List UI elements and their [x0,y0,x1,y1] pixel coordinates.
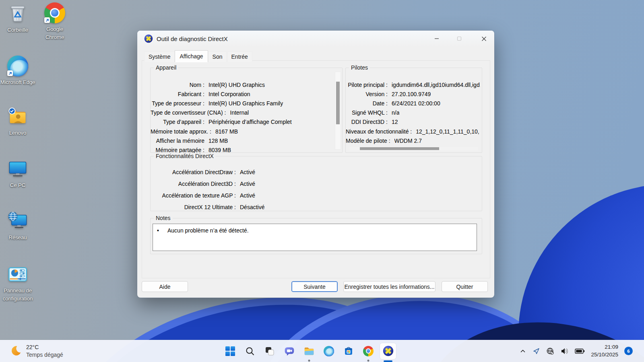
row-value: WDDM 2.7 [394,138,422,144]
desktop-icon-control-panel[interactable]: Panneau de configuration [0,264,35,303]
notes-group: Notes • Aucun problème n’a été détecté. [150,218,482,254]
row-value: Désactivé [240,204,264,210]
system-tray: 21:09 25/10/2025 6 [519,340,633,362]
row-label: Accélération DirectDraw : [151,169,236,175]
desktop-icon-recycle-bin[interactable]: Corbeille [0,3,35,34]
directx-icon [144,34,153,43]
driver-row: DDI Direct3D :12 [346,117,480,127]
tab-son[interactable]: Son [208,51,227,62]
device-row: Nom :Intel(R) UHD Graphics [151,80,332,89]
row-label: Nom : [151,82,204,88]
minimize-button[interactable] [430,33,443,45]
row-label: Fabricant : [151,91,204,97]
group-title: Pilotes [349,64,370,71]
desktop-icon-chrome[interactable]: Google Chrome [37,2,72,41]
taskbar-center-icons [222,340,396,362]
notes-listbox[interactable]: • Aucun problème n’a été détecté. [153,224,477,251]
directx-icon [383,346,394,356]
task-view-icon [265,346,275,356]
next-button[interactable]: Suivante [291,281,338,292]
file-explorer-icon [304,346,314,356]
device-scrollbar[interactable] [335,72,341,150]
exit-button[interactable]: Quitter [442,281,488,292]
driver-row: Modèle de pilote :WDDM 2.7 [346,136,480,145]
row-label: Type d’appareil : [151,119,204,125]
moon-icon [10,345,22,357]
row-value: 27.20.100.9749 [392,91,431,97]
edge-icon [324,346,334,356]
task-view-button[interactable] [262,343,278,359]
row-value: Activé [240,192,255,199]
no-internet-globe-icon[interactable] [546,347,554,355]
desktop-icon-lenovo-folder[interactable]: Lenovo [0,106,35,137]
tray-date: 25/10/2025 [591,351,618,359]
desktop-icon-label: Panneau de configuration [0,287,35,303]
row-label: Accélération Direct3D : [151,181,236,187]
notification-badge[interactable]: 6 [624,347,633,355]
taskbar: 22°C Temps dégagé [0,340,644,362]
tab-entree[interactable]: Entrée [227,51,252,62]
tab-affichage[interactable]: Affichage [175,50,208,62]
row-label: Mémoire partagée : [151,147,204,153]
desktop-icon-edge[interactable]: Microsoft Edge [0,56,35,86]
chrome-button[interactable] [360,343,376,359]
device-row: Type de processeur :Intel(R) UHD Graphic… [151,99,332,108]
row-label: Modèle de pilote : [346,138,390,144]
device-row: Type de convertisseur (CNA) :Internal [151,108,332,117]
chat-button[interactable] [281,343,297,359]
row-label: Mémoire totale approx. : [151,128,211,135]
scrollbar-thumb[interactable] [360,147,439,150]
clock[interactable]: 21:09 25/10/2025 [591,343,618,359]
file-explorer-button[interactable] [301,343,317,359]
dxdiag-taskbar-button[interactable] [380,343,396,359]
feature-row: Accélération de texture AGP :Activé [151,189,478,201]
monitor-icon [7,158,28,179]
drivers-scrollbar[interactable] [349,147,478,150]
tray-time: 21:09 [591,343,618,351]
row-value: Périphérique d’affichage Complet [208,119,292,125]
shortcut-arrow-icon [44,17,50,23]
group-title: Notes [154,215,173,221]
recycle-bin-icon [7,3,28,24]
device-group: Appareil Nom :Intel(R) UHD Graphics Fabr… [150,68,343,153]
chrome-icon [44,2,65,23]
row-value: Intel(R) UHD Graphics Family [208,100,283,107]
row-value: 12_1,12_0,11_1,11_0,10, [416,128,479,135]
tab-systeme[interactable]: Système [144,51,175,62]
location-icon[interactable] [533,347,540,355]
row-label: Type de processeur : [151,100,204,107]
driver-row: Version :27.20.100.9749 [346,89,480,99]
row-label: Type de convertisseur (CNA) : [151,109,226,116]
shortcut-arrow-icon [7,70,13,76]
desktop-icon-network[interactable]: Réseau [0,211,35,242]
weather-widget[interactable]: 22°C Temps dégagé [3,341,70,360]
row-label: DirectX 12 Ultimate : [151,204,236,210]
row-label: Afficher la mémoire [151,138,204,144]
volume-icon[interactable] [560,347,569,355]
search-button[interactable] [242,343,258,359]
row-value: Intel Corporation [208,91,250,97]
help-button[interactable]: Aide [142,281,188,292]
hidden-icons-chevron-icon[interactable] [519,348,526,355]
control-panel-icon [7,264,28,285]
feature-row: Accélération DirectDraw :Activé [151,166,478,178]
desktop-icon-label: Lenovo [9,129,27,137]
scrollbar-thumb[interactable] [336,82,340,124]
chrome-icon [363,346,374,356]
microsoft-store-button[interactable] [341,343,357,359]
dxdiag-window: Outil de diagnostic DirectX Système Affi… [137,31,494,298]
desktop-icon-label: Réseau [9,234,27,242]
network-icon [7,211,28,232]
desktop-icon-this-pc[interactable]: Ce PC [0,158,35,189]
save-all-information-button[interactable]: Enregistrer toutes les informations... [343,281,436,292]
group-title: Appareil [154,64,178,71]
running-indicator [367,360,369,362]
edge-button[interactable] [321,343,337,359]
start-button[interactable] [222,343,238,359]
close-button[interactable] [477,33,490,45]
battery-icon[interactable] [575,347,585,355]
weather-condition: Temps dégagé [26,351,63,359]
device-row: Mémoire totale approx. :8167 MB [151,127,332,136]
tab-strip: Système Affichage Son Entrée [144,50,252,62]
group-title: Fonctionnalités DirectX [154,153,216,159]
